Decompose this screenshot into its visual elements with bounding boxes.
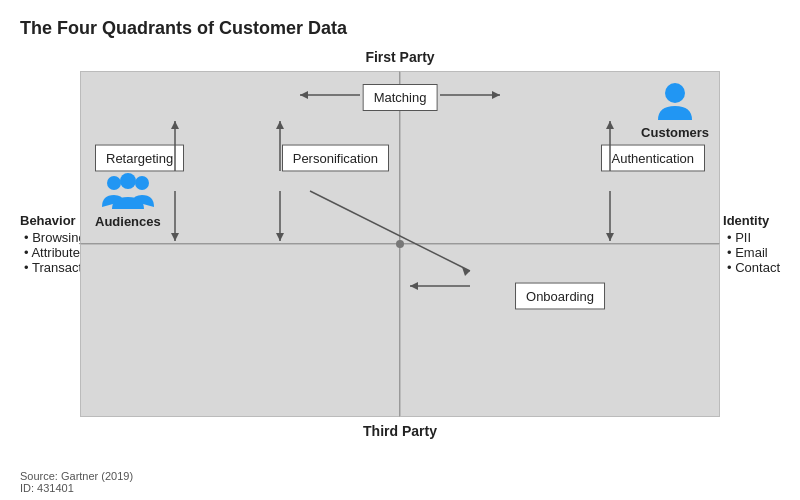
identity-label: Identity PII Email Contact (723, 213, 780, 275)
quadrant-top-left: Retargeting Personification (80, 71, 400, 244)
source-text: Source: Gartner (2019) ID: 431401 (20, 470, 133, 494)
identity-item-2: Email (727, 245, 780, 260)
page-title: The Four Quadrants of Customer Data (20, 18, 780, 39)
quadrant-bottom-left (80, 244, 400, 417)
third-party-label: Third Party (20, 423, 780, 439)
identity-item-1: PII (727, 230, 780, 245)
customers-label: Customers (641, 125, 709, 140)
quadrant-bottom-right: Onboarding (400, 244, 720, 417)
customers-area: Customers (641, 82, 709, 140)
audiences-label: Audiences (95, 214, 161, 229)
audiences-area: Audiences (95, 173, 161, 229)
authentication-box: Authentication (601, 144, 705, 171)
audiences-icon (95, 173, 161, 214)
customers-icon (641, 82, 709, 125)
identity-title: Identity (723, 213, 780, 228)
quadrant-top-right: Authentication Customers (400, 71, 720, 244)
source-line2: ID: 431401 (20, 482, 133, 494)
svg-point-0 (107, 176, 121, 190)
first-party-label: First Party (20, 49, 780, 65)
matching-box: Matching (363, 84, 438, 111)
onboarding-box: Onboarding (515, 283, 605, 310)
svg-point-1 (135, 176, 149, 190)
personification-box: Personification (282, 144, 389, 171)
identity-item-3: Contact (727, 260, 780, 275)
svg-point-3 (665, 83, 685, 103)
quadrant-grid: Retargeting Personification (80, 71, 720, 417)
svg-point-2 (120, 173, 136, 189)
retargeting-box: Retargeting (95, 144, 184, 171)
source-line1: Source: Gartner (2019) (20, 470, 133, 482)
